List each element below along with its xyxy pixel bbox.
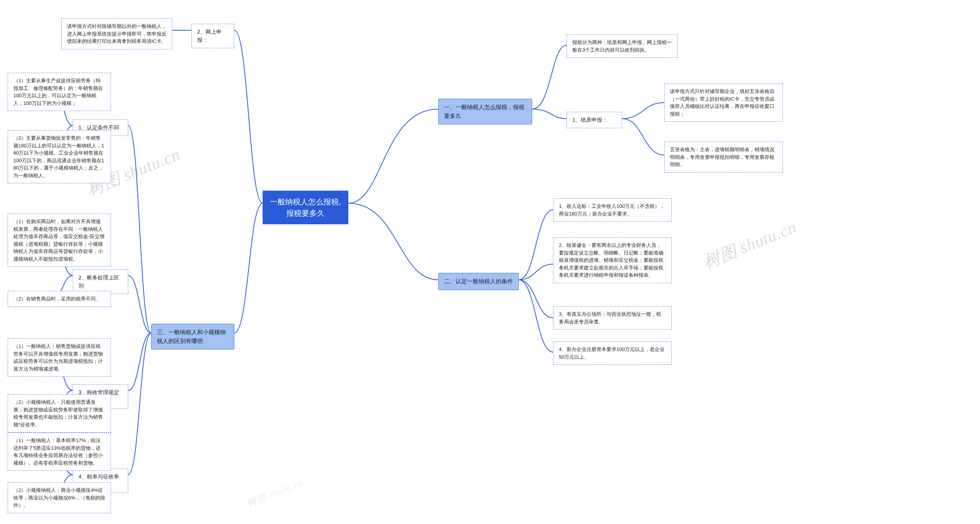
branch-3-sub-4-leaf-2: （2）小规模纳税人：商业小规模按4%征收率；商业以为小规模按6%，（免税的除外）…: [8, 482, 111, 513]
branch-3-sub-4-leaf-1: （1）一般纳税人：基本税率17%，税法还列举了5类适应13%低税率的货物，还有几…: [8, 433, 111, 471]
root-node[interactable]: 一般纳税人怎么报税,报税要多久: [263, 191, 348, 224]
branch-2-title: 二、认定一般纳税人的条件: [444, 278, 513, 284]
branch-2-leaf-3: 3、有真实办公场所：与营业执照地址一致，税务局会派专员审查。: [553, 306, 672, 330]
branch-2-leaf-1: 1、收入达标：工业年收入100万元（不含税），商业180万元；新办企业不要求。: [553, 198, 672, 222]
branch-3-sub-3-leaf-1: （1）一般纳税人：销售货物或提供应税劳务可以开具增值税专用发票；购进货物或应税劳…: [8, 338, 111, 377]
branch-2-leaf-4: 4、新办企业注册资本要求100万元以上，老企业50万元以上。: [553, 341, 672, 365]
branch-3-sub-1-leaf-1: （1）主要从事生产或提供应税劳务（特指加工、修理修配劳务）的：年销售额在100万…: [8, 73, 111, 111]
watermark: 树图 shutu.cn: [700, 216, 800, 274]
watermark: 树图 shutu.cn: [245, 475, 305, 510]
root-title: 一般纳税人怎么报税,报税要多久: [270, 198, 341, 217]
branch-1-sub-online[interactable]: 2、网上申报：: [191, 24, 234, 48]
branch-1[interactable]: 一、一般纳税人怎么报税，报税要多久: [438, 99, 532, 124]
connectors: [0, 0, 980, 524]
branch-3-sub-2-leaf-2: （2）在销售商品时，采用的税率不同。: [8, 291, 111, 307]
branch-1-sub-online-leaf: 该申报方式针对除辅导期以外的一般纳税人，进入网上申报系统按提示申报即可，将申报反…: [61, 18, 172, 49]
branch-3-sub-2[interactable]: 2、帐务处理上区别: [73, 269, 128, 294]
branch-3-title: 三、一般纳税人和小规模纳税人的区别有哪些: [157, 329, 226, 344]
branch-3-sub-1-leaf-2: （2）主要从事货物批发零售的：年销售额180万以上的可以认定为一般纳税人，180…: [8, 130, 111, 183]
branch-2-leaf-2: 2、核算健全：要有两名以上的专业财务人员，要按规定设立总帐、明细帐、日记帐；要能…: [553, 237, 672, 283]
branch-1-sub-paper-leaf-3: 五张表格为：主表，进项税额明细表，销项情况明细表，专用发票申报抵扣明细，专用发票…: [664, 142, 783, 173]
branch-1-title: 一、一般纳税人怎么报税，报税要多久: [444, 104, 524, 119]
branch-1-leaf-top: 报税分为两种：纸质和网上申报。网上报税一般在3个工作日内就可以收到回执。: [567, 34, 678, 58]
branch-3-sub-3-leaf-2: （2）小规模纳税人：只能使用普通发票；购进货物或应税劳务即使取得了增值税专用发票…: [8, 394, 111, 433]
branch-2[interactable]: 二、认定一般纳税人的条件: [438, 273, 519, 290]
branch-3-sub-2-leaf-1: （1）在购买商品时，如果对方开具增值税发票，两者处理存在不同：一般纳税人处理为借…: [8, 214, 111, 267]
branch-1-sub-paper[interactable]: 1、纸质申报：: [567, 112, 622, 128]
branch-1-sub-paper-leaf-2: 该申报方式只针对辅导期企业，填好五张表格后（一式两份）带上抄好税的IC卡，先交专…: [664, 83, 783, 122]
branch-3[interactable]: 三、一般纳税人和小规模纳税人的区别有哪些: [151, 324, 234, 349]
